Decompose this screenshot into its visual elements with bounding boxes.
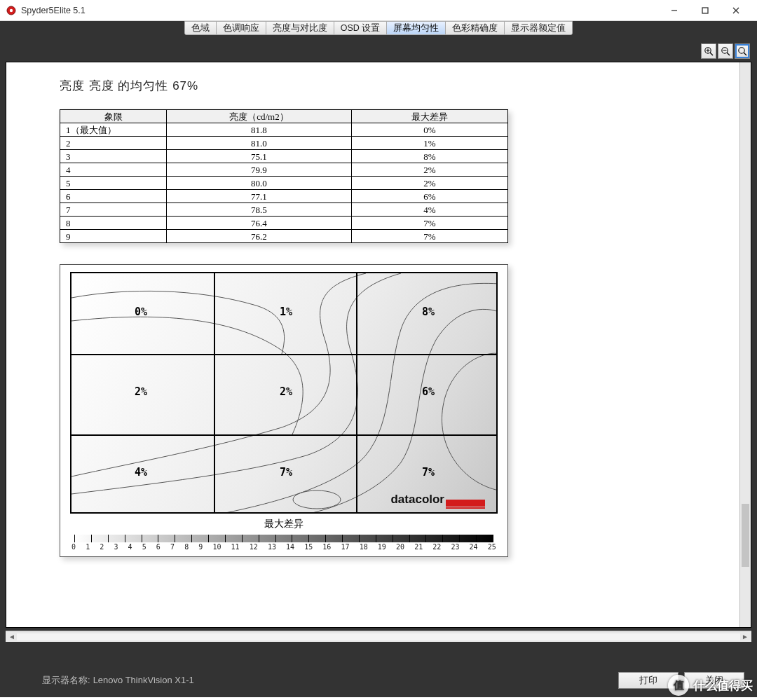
content-frame: 亮度 亮度 的均匀性 67% 象限亮度（cd/m2）最大差异1（最大值）81.8… [0,39,757,642]
tab-4[interactable]: 屏幕均匀性 [387,22,446,34]
gradient-scale: 0123456789101112131415161718192021222324… [70,535,498,551]
monitor-name: Lenovo ThinkVision X1-1 [93,675,194,685]
table-row: 281.01% [60,137,508,150]
cell-5-label: 2% [280,385,292,398]
tab-3[interactable]: OSD 设置 [334,22,388,34]
svg-point-1 [10,8,13,11]
titlebar: Spyder5Elite 5.1 [0,0,757,21]
zoom-in-button[interactable] [701,43,716,59]
vertical-scrollbar[interactable] [739,62,751,627]
svg-line-7 [710,53,713,55]
zoom-toolbar [6,42,751,62]
cell-3-label: 8% [422,306,435,318]
table-row: 580.02% [60,177,508,190]
page-heading: 亮度 亮度 的均匀性 67% [60,78,732,94]
app-icon [6,5,17,16]
cell-2-label: 1% [280,306,292,318]
svg-rect-3 [702,8,708,13]
minimize-button[interactable] [659,1,690,20]
svg-point-15 [293,490,341,509]
footer-bar: 显示器名称: Lenovo ThinkVision X1-1 打印 关闭 [0,642,757,697]
zoom-fit-button[interactable] [735,43,750,59]
tab-5[interactable]: 色彩精确度 [446,22,505,34]
table-row: 976.27% [60,230,508,243]
cell-7-label: 4% [135,466,147,479]
cell-4-label: 2% [135,385,147,398]
table-row: 778.54% [60,203,508,217]
cell-1-label: 0% [135,306,147,318]
window-title: Spyder5Elite 5.1 [21,6,659,15]
datacolor-logo: datacolor [390,493,485,507]
cell-8-label: 7% [280,466,292,479]
table-header: 最大差异 [351,110,507,123]
svg-point-13 [739,48,744,53]
report-page: 亮度 亮度 的均匀性 67% 象限亮度（cd/m2）最大差异1（最大值）81.8… [6,62,751,628]
tabstrip: 色域色调响应亮度与对比度OSD 设置屏幕均匀性色彩精确度显示器额定值 [0,21,757,39]
table-row: 375.18% [60,150,508,163]
svg-line-11 [727,53,730,55]
scroll-left-icon[interactable]: ◄ [7,633,17,640]
luminance-table: 象限亮度（cd/m2）最大差异1（最大值）81.80%281.01%375.18… [60,109,508,243]
tab-0[interactable]: 色域 [185,22,217,34]
table-row: 876.47% [60,217,508,230]
cell-9-label: 7% [422,466,435,479]
svg-line-14 [744,53,746,55]
zoom-out-button[interactable] [718,43,733,59]
smzdm-text: 什么值得买 [693,678,753,694]
close-button[interactable] [721,1,751,20]
uniformity-chart-panel: 0% 1% 8% 2% 2% 6% 4% 7% 7% datacolor 最大差… [60,264,508,557]
tab-2[interactable]: 亮度与对比度 [266,22,334,34]
table-row: 677.16% [60,190,508,203]
table-row: 1（最大值）81.80% [60,123,508,137]
monitor-label: 显示器名称: [42,674,90,687]
cell-6-label: 6% [422,385,435,398]
smzdm-badge-icon: 值 [668,675,689,696]
uniformity-contour-plot: 0% 1% 8% 2% 2% 6% 4% 7% 7% datacolor [70,272,498,514]
tab-1[interactable]: 色调响应 [217,22,266,34]
tab-6[interactable]: 显示器额定值 [505,22,572,34]
chart-caption: 最大差异 [70,518,498,530]
horizontal-scrollbar[interactable]: ◄ ► [6,631,751,642]
scroll-right-icon[interactable]: ► [740,633,750,640]
maximize-button[interactable] [690,1,721,20]
smzdm-watermark: 值 什么值得买 [668,675,753,696]
table-header: 亮度（cd/m2） [167,110,352,123]
table-row: 479.92% [60,163,508,177]
table-header: 象限 [60,110,167,123]
